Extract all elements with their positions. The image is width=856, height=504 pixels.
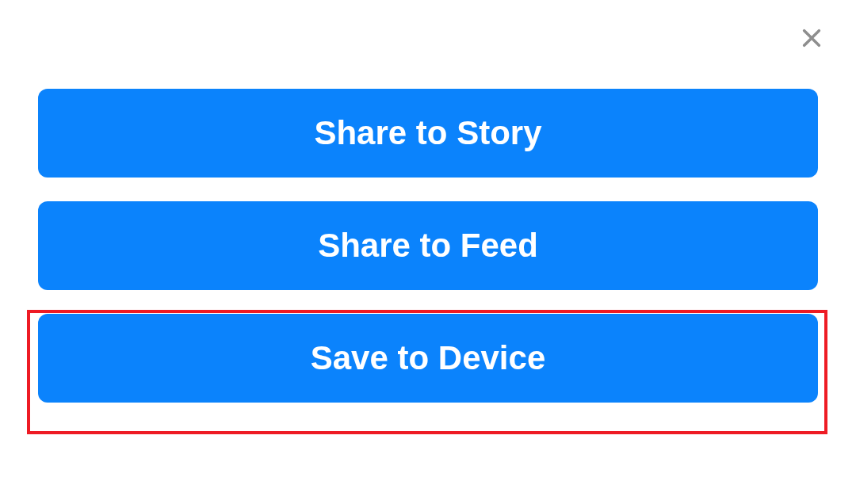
close-icon bbox=[801, 27, 823, 49]
save-to-device-button[interactable]: Save to Device bbox=[38, 314, 818, 403]
close-button[interactable] bbox=[799, 25, 824, 51]
share-to-story-button[interactable]: Share to Story bbox=[38, 89, 818, 178]
share-to-feed-label: Share to Feed bbox=[318, 227, 538, 265]
action-button-list: Share to Story Share to Feed Save to Dev… bbox=[38, 89, 818, 403]
share-to-feed-button[interactable]: Share to Feed bbox=[38, 201, 818, 290]
save-to-device-label: Save to Device bbox=[311, 339, 546, 377]
share-to-story-label: Share to Story bbox=[314, 114, 541, 152]
